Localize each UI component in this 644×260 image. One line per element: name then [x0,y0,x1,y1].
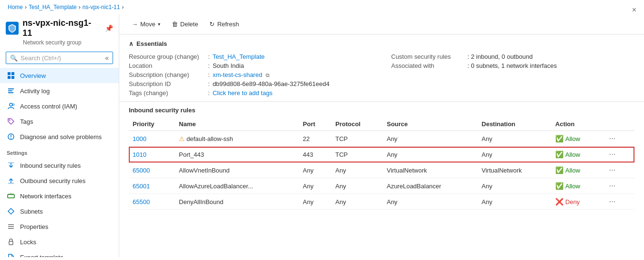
essentials-toggle[interactable]: ∧ Essentials [129,40,634,47]
cell-port: 443 [299,147,332,162]
subscription-copy-icon[interactable]: ⧉ [266,72,270,78]
cell-source: Any [383,131,478,147]
sidebar-item-locks[interactable]: Locks [0,234,119,249]
sidebar-item-inbound-rules[interactable]: Inbound security rules [0,158,119,173]
subscription-link[interactable]: xm-test-cs-shared [213,71,262,78]
cell-destination: Any [478,131,552,147]
svg-point-10 [9,119,10,121]
sidebar-item-outbound-label: Outbound security rules [20,177,85,184]
svg-rect-15 [8,183,14,184]
priority-link[interactable]: 65000 [133,167,150,174]
sidebar-item-tags[interactable]: Tags [0,114,119,129]
table-row: 1010 Port_443 443 TCP Any Any ✅Allow ··· [129,147,634,162]
locks-icon [7,238,15,246]
priority-link[interactable]: 65500 [133,198,150,206]
col-protocol: Protocol [332,118,383,131]
row-ellipsis-button[interactable]: ··· [606,196,618,206]
cell-port: Any [299,194,332,210]
cell-port: Any [299,162,332,178]
breadcrumb: Home › Test_HA_Template › ns-vpx-nic1-11… [0,0,644,14]
svg-marker-20 [8,208,14,214]
row-ellipsis-button[interactable]: ··· [606,149,618,159]
sidebar-item-activity-log[interactable]: Activity log [0,83,119,98]
breadcrumb-template[interactable]: Test_HA_Template [29,4,77,11]
delete-icon: 🗑 [172,21,178,28]
move-button[interactable]: → Move ▾ [127,18,165,30]
svg-rect-24 [9,241,13,245]
diagnose-icon [7,132,15,141]
cell-destination: Any [478,194,552,210]
essentials-title: Essentials [136,40,167,47]
sidebar-item-diagnose[interactable]: Diagnose and solve problems [0,129,119,144]
cell-more: ··· [602,162,634,178]
tags-add-link[interactable]: Click here to add tags [213,89,273,97]
row-ellipsis-button[interactable]: ··· [606,133,618,143]
cell-port: Any [299,178,332,194]
sidebar-item-diagnose-label: Diagnose and solve problems [20,133,102,141]
tags-icon [7,117,15,126]
sidebar-item-properties[interactable]: Properties [0,219,119,234]
settings-section-label: Settings [0,144,119,158]
cell-protocol: Any [332,178,383,194]
cell-protocol: Any [332,162,383,178]
content-area: ∧ Essentials Resource group (change) : T… [119,34,644,257]
search-icon: 🔍 [10,54,18,62]
col-ellipsis [602,118,634,131]
table-header-row: Priority Name Port Protocol Source Desti… [129,118,634,131]
sidebar-item-subnets[interactable]: Subnets [0,204,119,219]
table-row: 65000 AllowVnetInBound Any Any VirtualNe… [129,162,634,178]
cell-action: ✅Allow [551,131,602,147]
search-box[interactable]: 🔍 « [6,52,113,64]
cell-more: ··· [602,178,634,194]
inbound-rules-title: Inbound security rules [129,107,634,114]
svg-point-13 [10,138,11,139]
refresh-icon: ↻ [209,21,215,28]
cell-destination: VirtualNetwork [478,162,552,178]
svg-point-8 [10,103,12,106]
cell-more: ··· [602,147,634,162]
sidebar-item-overview[interactable]: Overview [0,68,119,83]
toolbar: → Move ▾ 🗑 Delete ↻ Refresh [119,14,644,34]
table-row: 65500 DenyAllInBound Any Any Any Any ❌De… [129,194,634,210]
priority-link[interactable]: 65001 [133,183,150,190]
breadcrumb-home[interactable]: Home [8,4,23,11]
cell-protocol: TCP [332,147,383,162]
cell-source: Any [383,147,478,162]
priority-link[interactable]: 1000 [133,135,146,142]
allow-icon: ✅ [555,182,563,190]
delete-button[interactable]: 🗑 Delete [167,18,203,30]
svg-rect-3 [8,76,10,79]
cell-port: 22 [299,131,332,147]
cell-priority: 1000 [129,131,175,147]
breadcrumb-nic[interactable]: ns-vpx-nic1-11 [83,4,120,11]
cell-name: ⚠default-allow-ssh [175,131,299,147]
resource-subtitle: Network security group [6,39,113,46]
essentials-section: ∧ Essentials Resource group (change) : T… [119,34,644,102]
sidebar-item-export-template[interactable]: Export template [0,249,119,257]
priority-link[interactable]: 1010 [133,151,146,158]
close-button[interactable]: × [632,6,636,14]
essentials-subscription-id: Subscription ID : db99d808-6e89-480a-96a… [129,79,372,88]
sidebar-item-access-control[interactable]: Access control (IAM) [0,98,119,114]
col-name: Name [175,118,299,131]
resource-group-link[interactable]: Test_HA_Template [213,53,265,60]
row-ellipsis-button[interactable]: ··· [606,165,618,175]
svg-rect-2 [11,72,14,75]
sidebar-item-properties-label: Properties [20,223,48,230]
search-input[interactable] [21,54,102,62]
essentials-associated: Associated with : 0 subnets, 1 network i… [391,61,634,70]
essentials-chevron-icon: ∧ [129,40,134,47]
svg-rect-16 [8,195,14,198]
pin-icon[interactable]: 📌 [105,24,113,32]
collapse-sidebar-button[interactable]: « [105,54,109,62]
properties-icon [7,222,15,231]
sidebar-item-network-interfaces[interactable]: Network interfaces [0,188,119,204]
sidebar-item-outbound-rules[interactable]: Outbound security rules [0,173,119,188]
row-ellipsis-button[interactable]: ··· [606,181,618,191]
cell-name: Port_443 [175,147,299,162]
refresh-button[interactable]: ↻ Refresh [205,18,244,30]
table-row: 1000 ⚠default-allow-ssh 22 TCP Any Any ✅… [129,131,634,147]
move-icon: → [132,21,138,28]
svg-rect-4 [11,76,14,79]
sidebar-item-network-interfaces-label: Network interfaces [20,193,72,200]
